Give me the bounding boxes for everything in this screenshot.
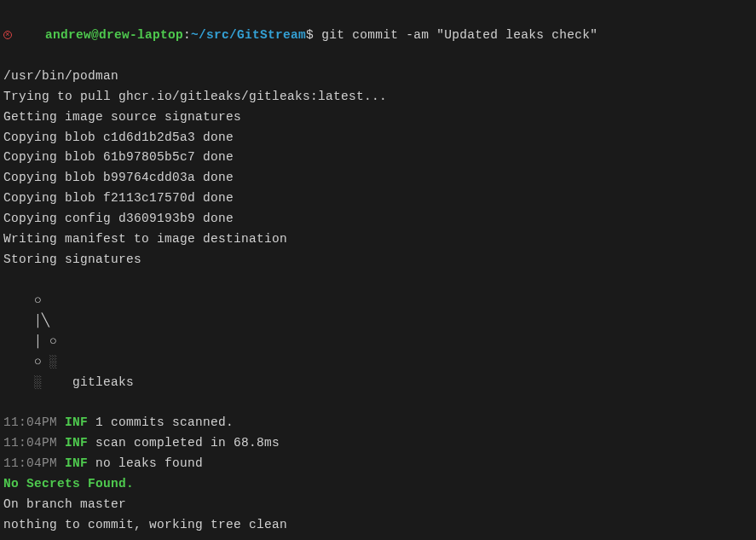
clean-line: nothing to commit, working tree clean	[3, 515, 753, 536]
prompt-user: andrew@drew-laptop	[45, 28, 183, 42]
log-message: no leaks found	[95, 456, 203, 470]
output-line: Writing manifest to image destination	[3, 229, 753, 250]
output-line: /usr/bin/podman	[3, 67, 753, 87]
ascii-art-line: ○	[3, 291, 753, 311]
ascii-art-line: ○ ░	[3, 352, 753, 373]
log-timestamp: 11:04PM	[3, 436, 57, 450]
output-line: Copying config d3609193b9 done	[3, 209, 753, 229]
ascii-segment: ○	[3, 355, 49, 369]
status-error-icon	[3, 31, 12, 39]
ascii-art-line: │╲	[3, 311, 753, 332]
success-line: No Secrets Found.	[3, 474, 753, 495]
output-line: Storing signatures	[3, 250, 753, 270]
log-timestamp: 11:04PM	[3, 415, 57, 429]
prompt-line-1[interactable]: andrew@drew-laptop:~/src/GitStream$ git …	[3, 5, 753, 67]
prompt-path: ~/src/GitStream	[191, 28, 306, 42]
ascii-art-line: │ ○	[3, 332, 753, 352]
output-line: Copying blob f2113c17570d done	[3, 189, 753, 209]
output-line: Copying blob c1d6d1b2d5a3 done	[3, 128, 753, 148]
ascii-segment: ░	[49, 355, 57, 369]
output-line: Getting image source signatures	[3, 107, 753, 128]
log-level: INF	[65, 415, 88, 429]
log-line: 11:04PM INF 1 commits scanned.	[3, 413, 753, 433]
prompt-sep: :	[183, 28, 191, 42]
prompt-line-2[interactable]: andrew@drew-laptop:~/src/GitStream$	[3, 536, 753, 540]
blank-line	[3, 270, 753, 291]
blank-line	[3, 393, 753, 414]
ascii-segment: ░	[34, 375, 42, 389]
ascii-segment	[3, 375, 34, 389]
output-line: Copying blob 61b97805b5c7 done	[3, 148, 753, 168]
log-level: INF	[65, 436, 88, 450]
log-line: 11:04PM INF no leaks found	[3, 454, 753, 474]
branch-line: On branch master	[3, 495, 753, 515]
output-line: Copying blob b99764cdd03a done	[3, 168, 753, 189]
output-line: Trying to pull ghcr.io/gitleaks/gitleaks…	[3, 87, 753, 107]
log-level: INF	[65, 456, 88, 470]
log-message: 1 commits scanned.	[95, 415, 234, 429]
log-line: 11:04PM INF scan completed in 68.8ms	[3, 433, 753, 454]
log-message: scan completed in 68.8ms	[95, 436, 280, 450]
prompt-dollar: $	[306, 28, 314, 42]
ascii-label: gitleaks	[42, 375, 134, 389]
log-timestamp: 11:04PM	[3, 456, 57, 470]
ascii-art-line: ░ gitleaks	[3, 373, 753, 393]
command-text: git commit -am "Updated leaks check"	[321, 28, 597, 42]
